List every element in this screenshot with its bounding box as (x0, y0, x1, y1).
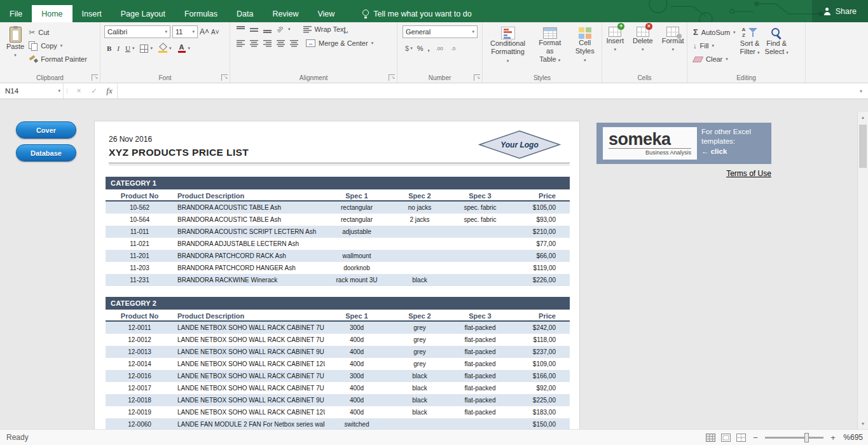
table-row[interactable]: 12-0017LANDE NETBOX SOHO WALL RACK CABIN… (106, 382, 570, 394)
table-cell[interactable]: $109,00 (509, 358, 570, 370)
table-cell[interactable] (451, 226, 509, 238)
font-family-select[interactable]: Calibri ▾ (104, 25, 170, 38)
tab-review[interactable]: Review (263, 5, 308, 22)
name-box[interactable]: N14 ▾ (0, 83, 64, 99)
table-cell[interactable]: 10-562 (106, 202, 174, 214)
table-cell[interactable]: LANDE NETBOX SOHO WALL RACK CABINET 9U (174, 394, 325, 406)
tab-formulas[interactable]: Formulas (175, 5, 227, 22)
tab-data[interactable]: Data (227, 5, 263, 22)
table-cell[interactable]: no jacks (389, 202, 451, 214)
table-cell[interactable]: $226,00 (509, 274, 570, 286)
table-cell[interactable]: 400d (325, 406, 389, 418)
table-cell[interactable]: 400d (325, 358, 389, 370)
logo-placeholder[interactable]: Your Logo (478, 130, 561, 160)
table-cell[interactable]: BRANDORA ACOUSTIC TABLE Ash (174, 214, 325, 226)
table-cell[interactable]: adjustable (325, 226, 389, 238)
formula-input[interactable] (117, 83, 854, 99)
table-cell[interactable]: $93,00 (509, 214, 570, 226)
table-cell[interactable]: $118,00 (509, 334, 570, 346)
vertical-scrollbar[interactable]: ▲ ▼ (857, 112, 868, 429)
merge-center-button[interactable]: ↔ Merge & Center ▾ (306, 39, 373, 47)
tab-insert[interactable]: Insert (72, 5, 111, 22)
tab-page-layout[interactable]: Page Layout (111, 5, 175, 22)
tab-home[interactable]: Home (32, 5, 72, 22)
align-right-icon[interactable] (263, 40, 272, 47)
increase-indent-icon[interactable] (290, 40, 298, 47)
table-cell[interactable] (325, 238, 389, 250)
terms-of-use-link[interactable]: Terms of Use (719, 169, 779, 178)
table-cell[interactable]: flat-packed (451, 346, 509, 358)
table-cell[interactable]: 12-0012 (106, 334, 174, 346)
table-cell[interactable]: black (389, 394, 451, 406)
table-cell[interactable]: BRANDORA PATCHCORD RACK Ash (174, 250, 325, 262)
table-row[interactable]: 11-203BRANDORA PATCHCORD HANGER Ashdoork… (106, 262, 570, 274)
align-top-icon[interactable] (237, 26, 245, 33)
conditional-formatting-button[interactable]: Conditional Formatting ▾ (486, 25, 529, 66)
table-cell[interactable]: $119,00 (509, 262, 570, 274)
table-cell[interactable]: $225,00 (509, 394, 570, 406)
autosum-button[interactable]: Σ AutoSum ▾ (691, 25, 738, 39)
category-header[interactable]: CATEGORY 1 (106, 177, 570, 189)
table-cell[interactable]: rack mount 3U (325, 274, 389, 286)
table-cell[interactable]: grey (389, 358, 451, 370)
table-cell[interactable]: 400d (325, 334, 389, 346)
table-cell[interactable]: 12-0013 (106, 346, 174, 358)
table-row[interactable]: 11-021BRANDORA ADJUSTABLE LECTERN Ash$77… (106, 238, 570, 250)
table-cell[interactable]: 11-203 (106, 262, 174, 274)
increase-decimal-button[interactable]: .00 (434, 46, 444, 51)
align-bottom-icon[interactable] (263, 26, 272, 33)
tab-file[interactable]: File (0, 5, 32, 22)
font-size-select[interactable]: 11 ▾ (172, 25, 198, 38)
table-row[interactable]: 12-0060LANDE FAN MODULE 2 FAN For Netbox… (106, 418, 570, 429)
number-format-select[interactable]: General ▾ (403, 25, 478, 38)
table-cell[interactable]: LANDE FAN MODULE 2 FAN For Netbox series… (174, 418, 325, 429)
table-cell[interactable]: grey (389, 334, 451, 346)
promo-click-link[interactable]: ← click (701, 147, 768, 156)
dialog-launcher-icon[interactable]: ↘ (92, 74, 98, 81)
table-row[interactable]: 10-562BRANDORA ACOUSTIC TABLE Ashrectang… (106, 202, 570, 214)
table-cell[interactable]: flat-packed (451, 394, 509, 406)
table-row[interactable]: 11-011BRANDORA ACOUSTIC SCRIPT LECTERN A… (106, 226, 570, 238)
insert-cells-button[interactable]: Insert ▾ (603, 25, 626, 55)
wrap-text-button[interactable]: ↩ Wrap Text (303, 25, 346, 33)
table-cell[interactable]: black (389, 370, 451, 382)
table-cell[interactable]: black (389, 274, 451, 286)
table-cell[interactable] (389, 250, 451, 262)
accounting-format-icon[interactable]: $ (405, 44, 409, 52)
table-cell[interactable]: flat-packed (451, 406, 509, 418)
table-cell[interactable]: $210,00 (509, 226, 570, 238)
tab-view[interactable]: View (308, 5, 344, 22)
table-cell[interactable]: rectangular (325, 202, 389, 214)
cut-button[interactable]: ✂ Cut (27, 25, 89, 39)
decrease-decimal-button[interactable]: .0 (450, 46, 458, 51)
borders-icon[interactable] (140, 44, 148, 53)
underline-button[interactable]: U (125, 44, 130, 52)
tell-me-box[interactable]: Tell me what you want to do (362, 5, 471, 22)
zoom-slider-thumb[interactable] (804, 433, 809, 442)
cover-nav-button[interactable]: Cover (16, 121, 76, 139)
align-center-icon[interactable] (250, 40, 258, 47)
table-cell[interactable] (451, 262, 509, 274)
table-cell[interactable]: LANDE NETBOX SOHO WALL RACK CABINET 7U (174, 334, 325, 346)
table-cell[interactable] (389, 418, 451, 429)
table-row[interactable]: 11-231BRANDORA RACKWINE Winerackrack mou… (106, 274, 570, 286)
table-cell[interactable]: LANDE NETBOX SOHO WALL RACK CABINET 12U (174, 358, 325, 370)
delete-cells-button[interactable]: Delete ▾ (630, 25, 656, 55)
table-row[interactable]: 12-0014LANDE NETBOX SOHO WALL RACK CABIN… (106, 358, 570, 370)
expand-formula-bar-icon[interactable]: ▾ (854, 83, 868, 99)
table-cell[interactable] (389, 262, 451, 274)
italic-button[interactable]: I (117, 44, 120, 52)
table-cell[interactable]: $66,00 (509, 250, 570, 262)
sort-filter-button[interactable]: AZ Sort & Filter ▾ (738, 25, 762, 58)
page-layout-view-icon[interactable] (721, 434, 731, 442)
enter-entry-button[interactable]: ✓ (86, 83, 102, 99)
table-cell[interactable]: BRANDORA RACKWINE Winerack (174, 274, 325, 286)
format-cells-button[interactable]: Format ▾ (659, 25, 687, 55)
table-cell[interactable]: switched (325, 418, 389, 429)
scrollbar-thumb[interactable] (859, 125, 867, 168)
table-cell[interactable]: $183,00 (509, 406, 570, 418)
scroll-down-icon[interactable]: ▼ (858, 418, 868, 429)
align-left-icon[interactable] (237, 40, 245, 47)
name-box-splitter[interactable]: ⋮ (64, 83, 71, 99)
paste-button[interactable]: Paste ▾ (4, 25, 27, 60)
